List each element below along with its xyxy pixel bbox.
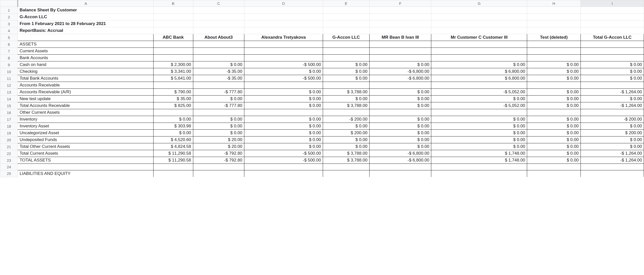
cell-I11[interactable]: $ 0.00	[581, 75, 644, 82]
cell-C8[interactable]	[193, 55, 244, 61]
cell-F12[interactable]	[369, 82, 431, 89]
cell-B8[interactable]	[153, 55, 193, 61]
cell-H22[interactable]: $ 0.00	[527, 150, 581, 157]
cell-B13[interactable]: $ 790.00	[153, 89, 193, 96]
cell-G19[interactable]: $ 0.00	[431, 130, 527, 136]
cell-B22[interactable]: $ 11,290.58	[153, 150, 193, 157]
cell-E11[interactable]: $ 0.00	[323, 75, 369, 82]
cell-D6[interactable]	[244, 41, 323, 48]
col-header-G[interactable]: G	[431, 0, 527, 7]
cell-G1[interactable]	[431, 7, 527, 14]
cell-G25[interactable]	[431, 170, 527, 177]
cell-D23[interactable]: -$ 500.00	[244, 157, 323, 164]
cell-B19[interactable]: $ 0.00	[153, 130, 193, 136]
row-number[interactable]: 2	[0, 14, 18, 20]
cell-B25[interactable]	[153, 170, 193, 177]
cell-H11[interactable]: $ 0.00	[527, 75, 581, 82]
cell-E20[interactable]: $ 0.00	[323, 136, 369, 143]
cell-E10[interactable]: $ 0.00	[323, 68, 369, 75]
cell-B24[interactable]	[153, 164, 193, 170]
cell-H24[interactable]	[527, 164, 581, 170]
cell-B9[interactable]: $ 2,300.00	[153, 61, 193, 68]
cell-I8[interactable]	[581, 55, 644, 61]
cell-E22[interactable]: $ 3,788.00	[323, 150, 369, 157]
cell-D16[interactable]	[244, 109, 323, 116]
cell-D9[interactable]: -$ 500.00	[244, 61, 323, 68]
row-number[interactable]: 12	[0, 82, 18, 89]
cell-E1[interactable]	[323, 7, 369, 14]
cell-E17[interactable]: -$ 200.00	[323, 116, 369, 123]
cell-C14[interactable]: $ 0.00	[193, 96, 244, 102]
cell-D2[interactable]	[244, 14, 323, 20]
cell-I3[interactable]	[581, 20, 644, 27]
cell-A10[interactable]: Checking	[18, 68, 153, 75]
cell-H1[interactable]	[527, 7, 581, 14]
row-number[interactable]: 21	[0, 143, 18, 150]
cell-B7[interactable]	[153, 48, 193, 55]
cell-I12[interactable]	[581, 82, 644, 89]
row-number[interactable]: 19	[0, 130, 18, 136]
cell-D18[interactable]: $ 0.00	[244, 123, 323, 130]
cell-A1[interactable]: Balance Sheet By Customer	[18, 7, 153, 14]
cell-A5[interactable]	[18, 34, 153, 41]
cell-G2[interactable]	[431, 14, 527, 20]
cell-H5[interactable]: Test (deleted)	[527, 34, 581, 41]
cell-A4[interactable]: ReportBasis: Accrual	[18, 27, 153, 34]
cell-D11[interactable]: -$ 500.00	[244, 75, 323, 82]
cell-C10[interactable]: -$ 35.00	[193, 68, 244, 75]
col-header-F[interactable]: F	[369, 0, 431, 7]
cell-D14[interactable]: $ 0.00	[244, 96, 323, 102]
row-number[interactable]: 25	[0, 170, 18, 177]
cell-C16[interactable]	[193, 109, 244, 116]
row-number[interactable]: 18	[0, 123, 18, 130]
row-number[interactable]: 1	[0, 7, 18, 14]
cell-H10[interactable]: $ 0.00	[527, 68, 581, 75]
cell-G12[interactable]	[431, 82, 527, 89]
cell-G23[interactable]: $ 1,748.00	[431, 157, 527, 164]
cell-I15[interactable]: -$ 1,264.00	[581, 102, 644, 109]
cell-D19[interactable]: $ 0.00	[244, 130, 323, 136]
cell-E6[interactable]	[323, 41, 369, 48]
cell-E5[interactable]: G-Accon LLC	[323, 34, 369, 41]
cell-H12[interactable]	[527, 82, 581, 89]
cell-F14[interactable]: $ 0.00	[369, 96, 431, 102]
cell-F11[interactable]: -$ 6,800.00	[369, 75, 431, 82]
cell-F20[interactable]: $ 0.00	[369, 136, 431, 143]
cell-I13[interactable]: -$ 1,264.00	[581, 89, 644, 96]
cell-B2[interactable]	[153, 14, 193, 20]
cell-C25[interactable]	[193, 170, 244, 177]
cell-B3[interactable]	[153, 20, 193, 27]
cell-G4[interactable]	[431, 27, 527, 34]
cell-F6[interactable]	[369, 41, 431, 48]
cell-F10[interactable]: -$ 6,800.00	[369, 68, 431, 75]
cell-I17[interactable]: -$ 200.00	[581, 116, 644, 123]
cell-H16[interactable]	[527, 109, 581, 116]
cell-G13[interactable]: -$ 5,052.00	[431, 89, 527, 96]
cell-I10[interactable]: $ 0.00	[581, 68, 644, 75]
cell-B23[interactable]: $ 11,290.58	[153, 157, 193, 164]
cell-C19[interactable]: $ 0.00	[193, 130, 244, 136]
cell-E9[interactable]: $ 0.00	[323, 61, 369, 68]
cell-C7[interactable]	[193, 48, 244, 55]
cell-G7[interactable]	[431, 48, 527, 55]
cell-E12[interactable]	[323, 82, 369, 89]
col-header-I[interactable]: I	[581, 0, 644, 7]
cell-G3[interactable]	[431, 20, 527, 27]
cell-C20[interactable]: $ 20.00	[193, 136, 244, 143]
cell-G16[interactable]	[431, 109, 527, 116]
cell-G15[interactable]: -$ 5,052.00	[431, 102, 527, 109]
cell-E18[interactable]: $ 0.00	[323, 123, 369, 130]
cell-B5[interactable]: ABC Bank	[153, 34, 193, 41]
row-number[interactable]: 17	[0, 116, 18, 123]
cell-G18[interactable]: $ 0.00	[431, 123, 527, 130]
cell-E7[interactable]	[323, 48, 369, 55]
cell-B1[interactable]	[153, 7, 193, 14]
cell-D3[interactable]	[244, 20, 323, 27]
cell-H3[interactable]	[527, 20, 581, 27]
cell-E23[interactable]: $ 3,788.00	[323, 157, 369, 164]
cell-E24[interactable]	[323, 164, 369, 170]
cell-H18[interactable]: $ 0.00	[527, 123, 581, 130]
cell-D22[interactable]: -$ 500.00	[244, 150, 323, 157]
cell-A19[interactable]: Uncategorized Asset	[18, 130, 153, 136]
cell-F7[interactable]	[369, 48, 431, 55]
